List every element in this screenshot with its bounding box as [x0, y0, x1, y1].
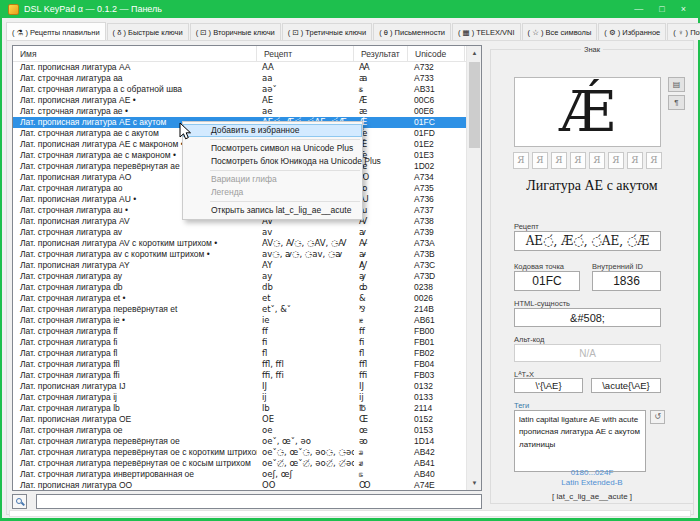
column-header-recipe[interactable]: Рецепт [257, 46, 354, 61]
table-row[interactable]: Лат. строчная лигатура dbdbȸ0238 [13, 282, 466, 293]
table-row[interactable]: Лат. строчная лигатура lblb℔2114 [13, 403, 466, 414]
table-row[interactable]: Лат. строчная лигатура перевёрнутая oe с… [13, 458, 466, 469]
table-row[interactable]: Лат. строчная лигатура oeoeœ0153 [13, 425, 466, 436]
table-row[interactable]: Лат. строчная лигатура av с коротким штр… [13, 249, 466, 260]
bottom-input-strip[interactable] [9, 510, 691, 517]
scrollbar-thumb[interactable] [469, 62, 480, 148]
context-menu-item[interactable]: Добавить в избранное [183, 124, 362, 137]
latex-field-apostrophe[interactable]: \'{\AE} [514, 378, 583, 393]
recipe-field[interactable]: AE◌́, Æ◌́, ◌́AE, ◌́Æ [514, 231, 661, 251]
table-row[interactable]: Лат. прописная лигатура AAAAꜲA732 [13, 62, 466, 73]
pilcrow-button[interactable]: ¶ [668, 95, 685, 110]
table-row[interactable]: Лат. строчная лигатура перевёрнутая oeoe… [13, 436, 466, 447]
table-row[interactable]: Лат. прописная лигатура AV с коротким шт… [13, 238, 466, 249]
tab-7[interactable]: ( ⚙ ) Избранное [598, 23, 666, 40]
tab-3[interactable]: ( ⊡ ) Третичные ключи [282, 23, 372, 40]
latex-field-acute[interactable]: \acute{\AE} [591, 378, 661, 393]
cell-recipe: fl [257, 348, 354, 359]
tab-2[interactable]: ( ⊡ ) Вторичные ключи [190, 23, 281, 40]
scroll-down-icon[interactable]: ▼ [467, 476, 482, 490]
unicode-block-range-link[interactable]: 0180...024F [491, 468, 693, 477]
tags-label: Теги [514, 401, 529, 410]
context-menu-item[interactable]: Открыть запись lat_c_lig_ae__acute [183, 204, 362, 217]
scroll-up-icon[interactable]: ▲ [467, 46, 482, 60]
table-row[interactable]: Лат. прописная лигатура IJIJĲ0132 [13, 381, 466, 392]
tab-0[interactable]: ( ⚗ ) Рецепты плавильни [6, 22, 106, 40]
character-title: Лигатура AE с акутом [491, 178, 693, 194]
unicode-block-name-link[interactable]: Latin Extended-B [491, 478, 693, 487]
table-row[interactable]: Лат. строчная лигатура aaaaꜳA733 [13, 73, 466, 84]
search-button[interactable] [12, 494, 27, 509]
cell-recipe: ij [257, 392, 354, 403]
table-row[interactable]: Лат. строчная лигатура flflﬂFB02 [13, 348, 466, 359]
font-sample-button-6[interactable]: Я [627, 152, 643, 169]
maximize-button[interactable]: □ [659, 4, 664, 14]
internal-id-field[interactable]: 1836 [592, 271, 661, 291]
table-row[interactable]: Лат. прописная лигатура AE •AEÆ00C6 [13, 95, 466, 106]
column-header-unicode[interactable]: Unicode [408, 46, 465, 61]
table-row[interactable]: Лат. строчная лигатура перевёрнутая oe с… [13, 447, 466, 458]
table-row[interactable]: Лат. строчная лигатура ijijĳ0133 [13, 392, 466, 403]
table-row[interactable]: Лат. прописная лигатура AYAYꜼA73C [13, 260, 466, 271]
html-entity-field[interactable]: &#508; [514, 308, 661, 327]
table-row[interactable]: Лат. строчная лигатура ae •aeæ00E6 [13, 106, 466, 117]
cell-recipe: aə˅ [257, 84, 354, 95]
table-row[interactable]: Лат. строчная лигатура a с обратной шваa… [13, 84, 466, 95]
tab-1[interactable]: ( δ ) Быстрые ключи [107, 23, 189, 40]
table-row[interactable]: Лат. строчная лигатура fflffl, ﬀlﬄFB04 [13, 359, 466, 370]
html-entity-label: HTML-сущность [514, 299, 570, 308]
cell-result: ﬂ [354, 348, 408, 359]
cell-name: Лат. прописная лигатура OO [13, 480, 257, 490]
cell-result: ﬁ [354, 337, 408, 348]
search-input[interactable] [36, 494, 482, 509]
cell-result: ℔ [354, 403, 408, 414]
cell-name: Лат. строчная лигатура ay [13, 271, 257, 282]
close-button[interactable]: × [681, 4, 686, 14]
font-sample-button-2[interactable]: Я [551, 152, 567, 169]
table-row[interactable]: Лат. строчная лигатура fifiﬁFB01 [13, 337, 466, 348]
group-label: Знак [581, 45, 603, 54]
font-sample-button-7[interactable]: Я [646, 152, 662, 169]
cell-recipe: OE [257, 414, 354, 425]
cell-result: ꜹ [354, 227, 408, 238]
reset-tags-icon: ↺ [654, 412, 661, 421]
reset-tags-button[interactable]: ↺ [650, 410, 665, 424]
table-row[interactable]: Лат. строчная лигатура ffffﬀFB00 [13, 326, 466, 337]
context-menu-item[interactable]: Посмотреть блок Юникода на Unicode Plus [183, 155, 362, 168]
cell-result: Ꜽ [354, 260, 408, 271]
cell-code: 01FC [408, 117, 465, 128]
menu-separator [210, 170, 360, 171]
tab-5[interactable]: ( ▦ ) TELEX/VNI [452, 23, 521, 40]
cell-recipe: AV◌̵, Ꜹ◌̵, ◌̵AV, ◌̵Ꜹ [257, 238, 354, 249]
menu-separator [210, 139, 360, 140]
table-row[interactable]: Лат. строчная лигатура ayayꜽA73D [13, 271, 466, 282]
codepoint-field[interactable]: 01FC [514, 271, 580, 291]
tab-6[interactable]: ( ☆ ) Все символы [522, 23, 598, 40]
table-row[interactable]: Лат. строчная лигатура инвертированная o… [13, 469, 466, 480]
font-sample-button-1[interactable]: Я [532, 152, 548, 169]
context-menu-item[interactable]: Посмотреть символ на Unicode Plus [183, 142, 362, 155]
cell-code: AB31 [408, 84, 465, 95]
vertical-scrollbar[interactable]: ▲ ▼ [466, 46, 481, 490]
minimize-button[interactable]: — [634, 4, 643, 14]
table-row[interactable]: Лат. строчная лигатура avavꜹA739 [13, 227, 466, 238]
column-header-result[interactable]: Результат [354, 46, 408, 61]
cell-code: 01E3 [408, 150, 465, 161]
table-row[interactable]: Лат. строчная лигатура ie •ieꭡAB61 [13, 315, 466, 326]
column-header-name[interactable]: Имя [13, 46, 257, 61]
tab-4[interactable]: ( θ ) Письменности [373, 23, 451, 40]
table-row[interactable]: Лат. прописная лигатура OOOOꝎA74E [13, 480, 466, 490]
tab-8[interactable]: ( ♀ ) Помощь [667, 23, 700, 40]
font-book-button[interactable]: ▤ [668, 77, 685, 92]
cell-code: A73C [408, 260, 465, 271]
table-row[interactable]: Лат. строчная лигатура перевёрнутая etet… [13, 304, 466, 315]
font-sample-button-4[interactable]: Я [589, 152, 605, 169]
window-controls: — □ × [634, 4, 692, 14]
font-sample-button-3[interactable]: Я [570, 152, 586, 169]
tags-field[interactable]: latin capital ligature AE with acute про… [514, 410, 646, 472]
table-row[interactable]: Лат. строчная лигатура ffiffi, ﬀiﬃFB03 [13, 370, 466, 381]
table-row[interactable]: Лат. прописная лигатура OEOEŒ0152 [13, 414, 466, 425]
table-row[interactable]: Лат. строчная лигатура et •et&0026 [13, 293, 466, 304]
font-sample-button-0[interactable]: Я [513, 152, 529, 169]
font-sample-button-5[interactable]: Я [608, 152, 624, 169]
